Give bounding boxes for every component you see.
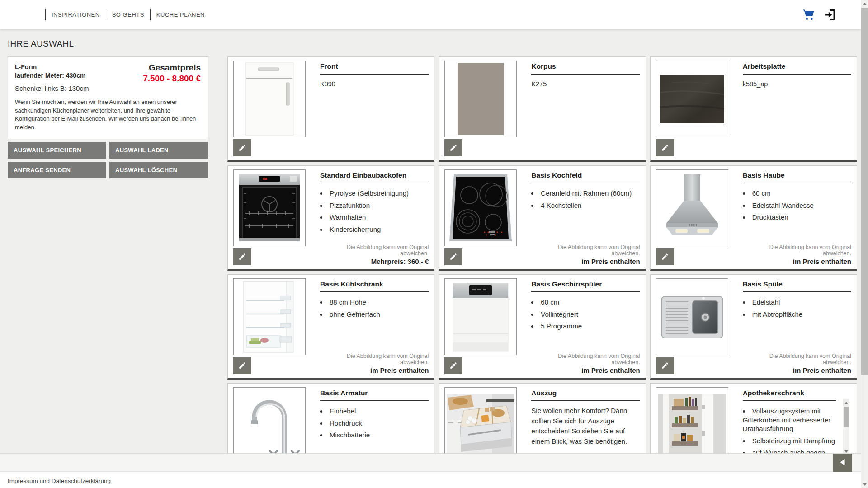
card-title: Standard Einbaubackofen: [320, 169, 429, 183]
kochfeld-image: [444, 169, 517, 246]
card-kochfeld: Basis Kochfeld Ceranfeld mit Rahmen (60c…: [439, 165, 646, 271]
kuehlschrank-image: [233, 278, 306, 355]
price-note: Mehrpreis: 360,- €: [320, 258, 429, 265]
scroll-down-icon[interactable]: [861, 481, 868, 488]
image-disclaimer: Die Abbildung kann vom Original abweiche…: [531, 353, 640, 366]
edit-button[interactable]: [656, 357, 674, 374]
delete-selection-button[interactable]: AUSWAHL LÖSCHEN: [109, 162, 208, 178]
card-kuehlschrank: Basis Kühlschrank 88 cm Höhe ohne Gefrie…: [227, 274, 434, 380]
page-title: IHRE AUSWAHL: [8, 39, 861, 49]
product-code: k585_ap: [743, 80, 851, 88]
nav-divider: [150, 9, 151, 20]
card-title: Basis Haube: [743, 169, 851, 183]
haube-image: [656, 169, 728, 246]
scrollbar-thumb[interactable]: [844, 407, 849, 427]
front-image: [233, 61, 306, 137]
card-description: Sie wollen mehr Komfort? Dann sollten Si…: [531, 406, 640, 446]
card-haube: Basis Haube 60 cm Edelstahl Wandesse Dru…: [650, 165, 857, 271]
feature-list: Vollauszugssystem mit Gitterkörben mit v…: [743, 407, 836, 453]
main-scrollbar[interactable]: [861, 0, 868, 488]
cart-icon[interactable]: [802, 9, 815, 21]
edit-button[interactable]: [233, 357, 251, 374]
card-title: Basis Kühlschrank: [320, 278, 429, 292]
edit-button[interactable]: [444, 248, 462, 265]
card-auszug: Auszug Sie wollen mehr Komfort? Dann sol…: [439, 383, 646, 453]
card-arbeitsplatte: Arbeitsplatte k585_ap: [650, 56, 857, 162]
price-note: im Preis enthalten: [743, 366, 851, 374]
geschirrspueler-image: [444, 278, 517, 355]
edit-button[interactable]: [233, 139, 251, 156]
card-spuele: Basis Spüle Edelstahl mit Abtropffläche …: [650, 274, 857, 380]
nav-so-gehts[interactable]: SO GEHTS: [112, 11, 144, 18]
main-nav: INSPIRATIONEN SO GEHTS KÜCHE PLANEN: [39, 0, 205, 29]
scroll-up-icon[interactable]: [861, 0, 868, 7]
feature-list: Edelstahl mit Abtropffläche: [743, 298, 851, 322]
image-disclaimer: Die Abbildung kann vom Original abweiche…: [531, 244, 640, 257]
total-price-label: Gesamtpreis: [143, 63, 201, 73]
card-armatur: Basis Armatur Einhebel Hochdruck Mischba…: [227, 383, 434, 453]
nav-kueche-planen[interactable]: KÜCHE PLANEN: [156, 11, 205, 18]
backofen-image: [233, 169, 306, 246]
card-apothekerschrank: Apothekerschrank Vollauszugssystem mit G…: [650, 383, 857, 453]
back-button[interactable]: [833, 454, 852, 472]
image-disclaimer: Die Abbildung kann vom Original abweiche…: [743, 353, 851, 366]
card-title: Auszug: [531, 387, 640, 401]
login-icon[interactable]: [824, 9, 836, 21]
price-note: im Preis enthalten: [320, 366, 429, 374]
nav-divider: [45, 9, 46, 20]
card-title: Arbeitsplatte: [743, 61, 851, 75]
spuele-image: [656, 278, 728, 355]
product-code: K275: [531, 80, 640, 88]
back-arrow-icon: [838, 457, 848, 469]
product-grid: Front K090 Korpus K275: [227, 56, 857, 453]
edit-button[interactable]: [444, 139, 462, 156]
page-root: INSPIRATIONEN SO GEHTS KÜCHE PLANEN IHRE…: [0, 0, 861, 488]
summary-actions: AUSWAHL SPEICHERN AUSWAHL LADEN ANFRAGE …: [8, 142, 208, 178]
card-title: Basis Geschirrspüler: [531, 278, 640, 292]
card-title: Apothekerschrank: [743, 387, 836, 401]
card-scrollbar[interactable]: [843, 399, 849, 453]
running-meter: laufender Meter: 430cm: [15, 71, 89, 80]
scroll-down-icon[interactable]: [843, 448, 849, 453]
card-title: Basis Kochfeld: [531, 169, 640, 183]
edit-button[interactable]: [656, 248, 674, 265]
load-selection-button[interactable]: AUSWAHL LADEN: [109, 142, 208, 159]
feature-list: Ceranfeld mit Rahmen (60cm) 4 Kochstelle…: [531, 189, 640, 213]
summary-info-text: Wenn Sie möchten, werden wir Ihre Auswah…: [15, 98, 201, 132]
feature-list: 88 cm Höhe ohne Gefrierfach: [320, 298, 429, 322]
edit-button[interactable]: [656, 139, 674, 156]
card-geschirrspueler: Basis Geschirrspüler 60 cm Vollintegrier…: [439, 274, 646, 380]
nav-divider: [106, 9, 106, 20]
card-title: Front: [320, 61, 429, 75]
summary-panel: L-Form laufender Meter: 430cm Schenkel l…: [8, 56, 208, 139]
price-note: im Preis enthalten: [531, 366, 640, 374]
card-title: Basis Spüle: [743, 278, 851, 292]
arbeitsplatte-image: [656, 61, 734, 156]
header: INSPIRATIONEN SO GEHTS KÜCHE PLANEN: [0, 0, 861, 29]
content-area: L-Form laufender Meter: 430cm Schenkel l…: [0, 56, 861, 453]
feature-list: Einhebel Hochdruck Mischbatterie: [320, 407, 429, 443]
impressum-link[interactable]: Impressum und Datenschutzerklärung: [8, 478, 111, 484]
scrollbar-thumb[interactable]: [861, 8, 868, 375]
feature-list: Pyrolyse (Selbstreinigung) Pizzafunktion…: [320, 189, 429, 237]
product-code: K090: [320, 80, 429, 88]
feature-list: 60 cm Edelstahl Wandesse Drucktasten: [743, 189, 851, 225]
card-korpus: Korpus K275: [439, 56, 646, 162]
armatur-image: [233, 387, 306, 453]
card-front: Front K090: [227, 56, 434, 162]
auszug-image: [444, 387, 517, 453]
send-request-button[interactable]: ANFRAGE SENDEN: [8, 162, 106, 178]
price-note: im Preis enthalten: [743, 258, 851, 265]
selection-summary: L-Form laufender Meter: 430cm Schenkel l…: [8, 56, 208, 453]
page-title-bar: IHRE AUSWAHL: [0, 29, 861, 56]
save-selection-button[interactable]: AUSWAHL SPEICHERN: [8, 142, 106, 159]
bottom-bar: [0, 453, 861, 472]
scroll-up-icon[interactable]: [843, 399, 849, 406]
leg-left: Schenkel links B: 130cm: [15, 84, 89, 92]
image-disclaimer: Die Abbildung kann vom Original abweiche…: [320, 353, 429, 366]
edit-button[interactable]: [233, 248, 251, 265]
card-title: Basis Armatur: [320, 387, 429, 401]
total-price-value: 7.500 - 8.800 €: [143, 74, 201, 84]
edit-button[interactable]: [444, 357, 462, 374]
nav-inspirationen[interactable]: INSPIRATIONEN: [52, 11, 100, 18]
